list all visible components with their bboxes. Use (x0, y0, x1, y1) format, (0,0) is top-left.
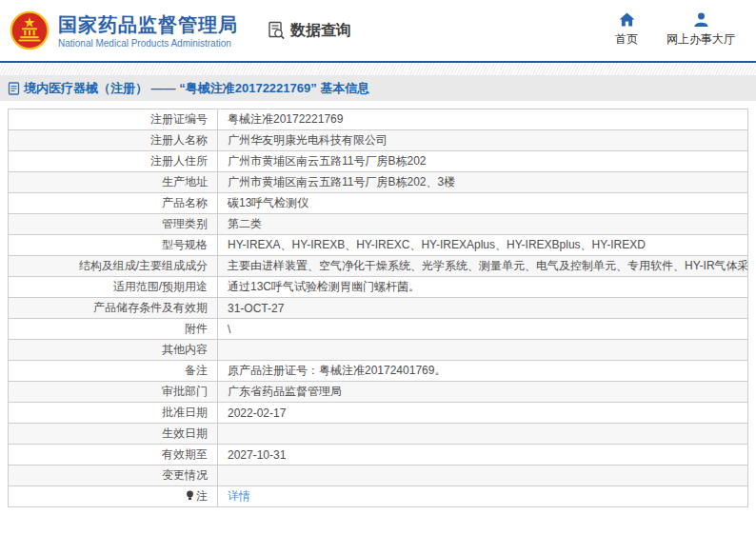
table-row: 管理类别第二类 (9, 214, 748, 235)
row-label: 批准日期 (9, 403, 218, 424)
row-label: 审批部门 (9, 382, 218, 403)
title-block: 国家药品监督管理局 National Medical Products Admi… (58, 13, 238, 49)
row-value-text: 通过13C呼气试验检测胃幽门螺杆菌。 (228, 280, 420, 293)
row-label-text: 审批部门 (162, 385, 208, 398)
table-row: 变更情况 (9, 466, 748, 486)
table-row: 审批部门广东省药品监督管理局 (9, 382, 748, 403)
row-label-text: 注册人名称 (150, 133, 208, 147)
row-label-text: 批准日期 (162, 406, 208, 419)
row-label-text: 结构及组成/主要组成成分 (79, 259, 208, 272)
home-icon (619, 12, 635, 27)
table-row: 型号规格HY-IREXA、HY-IREXB、HY-IREXC、HY-IREXAp… (9, 235, 748, 256)
row-value: HY-IREXA、HY-IREXB、HY-IREXC、HY-IREXAplus、… (218, 235, 748, 256)
table-row: 批准日期2022-02-17 (9, 403, 748, 424)
row-label: 有效期至 (9, 445, 218, 466)
data-query-tab[interactable]: 数据查询 (267, 21, 351, 41)
stripe-band (0, 63, 756, 75)
bulb-icon (186, 490, 194, 502)
table-row: 附件\ (9, 319, 748, 340)
row-value-text: 碳13呼气检测仪 (228, 196, 308, 209)
row-label-text: 产品储存条件及有效期 (93, 301, 208, 314)
table-row: 注详情 (9, 486, 748, 507)
site-title: 国家药品监督管理局 (58, 13, 238, 36)
data-query-label: 数据查询 (290, 21, 351, 41)
row-value: 碳13呼气检测仪 (218, 193, 748, 214)
row-value-text: 31-OCT-27 (228, 302, 284, 315)
table-wrap: 注册证编号粤械注准20172221769注册人名称广州华友明康光电科技有限公司注… (8, 109, 748, 507)
row-label-text: 注 (196, 489, 208, 503)
row-value: 第二类 (218, 214, 748, 235)
row-label: 其他内容 (9, 340, 218, 361)
row-label: 结构及组成/主要组成成分 (9, 256, 218, 277)
row-value-text: 粤械注准20172221769 (228, 112, 343, 126)
table-row: 结构及组成/主要组成成分主要由进样装置、空气净化干燥系统、光学系统、测量单元、电… (9, 256, 748, 277)
header: 国家药品监督管理局 National Medical Products Admi… (0, 0, 756, 63)
nav-online-service-label: 网上办事大厅 (666, 31, 735, 48)
row-label-text: 型号规格 (162, 238, 208, 251)
row-label-text: 注册证编号 (150, 112, 208, 126)
document-search-icon (267, 21, 286, 40)
row-value-text: 2022-02-17 (228, 406, 286, 420)
row-value: 原产品注册证号：粤械注准20172401769。 (218, 361, 748, 382)
row-value-text: \ (228, 323, 230, 336)
logo-group: 国家药品监督管理局 National Medical Products Admi… (10, 10, 238, 50)
row-value: 31-OCT-27 (218, 298, 748, 319)
nav-online-service[interactable]: 网上办事大厅 (666, 12, 735, 48)
row-value-text: 2027-10-31 (228, 448, 286, 462)
row-label: 产品名称 (9, 193, 218, 214)
row-label-text: 其他内容 (162, 343, 208, 356)
table-row: 注册证编号粤械注准20172221769 (9, 109, 748, 130)
row-value-text: 主要由进样装置、空气净化干燥系统、光学系统、测量单元、电气及控制单元、专用软件、… (228, 259, 748, 272)
nav-home-label: 首页 (615, 31, 638, 48)
nav-home[interactable]: 首页 (615, 12, 638, 48)
row-label: 产品储存条件及有效期 (9, 298, 218, 319)
row-label: 生产地址 (9, 172, 218, 193)
table-body: 注册证编号粤械注准20172221769注册人名称广州华友明康光电科技有限公司注… (9, 109, 748, 507)
row-label: 附件 (9, 319, 218, 340)
row-value: 2022-02-17 (218, 403, 748, 424)
row-label-text: 有效期至 (162, 447, 208, 461)
table-row: 产品名称碳13呼气检测仪 (9, 193, 748, 214)
row-label-text: 生产地址 (162, 175, 208, 188)
row-label: 生效日期 (9, 424, 218, 445)
row-value: 广州市黄埔区南云五路11号厂房B栋202 (218, 151, 748, 172)
row-value: 通过13C呼气试验检测胃幽门螺杆菌。 (218, 277, 748, 298)
row-value (218, 466, 748, 486)
row-label: 适用范围/预期用途 (9, 277, 218, 298)
row-value-text: 广州市黄埔区南云五路11号厂房B栋202 (228, 154, 426, 168)
document-icon (8, 82, 20, 95)
row-label-text: 管理类别 (162, 217, 208, 230)
row-value-text: 广州市黄埔区南云五路11号厂房B栋202、3楼 (228, 175, 455, 188)
row-value-text: 第二类 (228, 217, 262, 230)
row-value: 广州华友明康光电科技有限公司 (218, 130, 748, 151)
row-label: 管理类别 (9, 214, 218, 235)
row-label-text: 生效日期 (162, 426, 208, 440)
row-label-text: 备注 (185, 364, 208, 377)
table-row: 注册人名称广州华友明康光电科技有限公司 (9, 130, 748, 151)
row-label: 备注 (9, 361, 218, 382)
row-value: 2027-10-31 (218, 445, 748, 466)
table-row: 生产地址广州市黄埔区南云五路11号厂房B栋202、3楼 (9, 172, 748, 193)
site-subtitle: National Medical Products Administration (58, 38, 238, 49)
row-label-text: 适用范围/预期用途 (113, 280, 208, 293)
table-row: 生效日期 (9, 424, 748, 445)
row-label: 注册人名称 (9, 130, 218, 151)
row-label: 型号规格 (9, 235, 218, 256)
row-label-text: 产品名称 (162, 196, 208, 209)
row-value (218, 340, 748, 361)
table-row: 注册人住所广州市黄埔区南云五路11号厂房B栋202 (9, 151, 748, 172)
table-row: 其他内容 (9, 340, 748, 361)
row-value: 详情 (218, 486, 748, 507)
row-value: 粤械注准20172221769 (218, 109, 748, 130)
table-row: 适用范围/预期用途通过13C呼气试验检测胃幽门螺杆菌。 (9, 277, 748, 298)
breadcrumb: 境内医疗器械（注册） —— “粤械注准20172221769” 基本信息 (0, 75, 756, 101)
row-value-text: 广东省药品监督管理局 (228, 385, 342, 398)
row-value: \ (218, 319, 748, 340)
row-value-text: 广州华友明康光电科技有限公司 (228, 133, 388, 147)
row-label-text: 注册人住所 (150, 154, 208, 168)
row-value: 主要由进样装置、空气净化干燥系统、光学系统、测量单元、电气及控制单元、专用软件、… (218, 256, 748, 277)
row-label: 注 (9, 486, 218, 507)
table-row: 产品储存条件及有效期31-OCT-27 (9, 298, 748, 319)
detail-link[interactable]: 详情 (228, 489, 250, 503)
row-label: 变更情况 (9, 466, 218, 486)
